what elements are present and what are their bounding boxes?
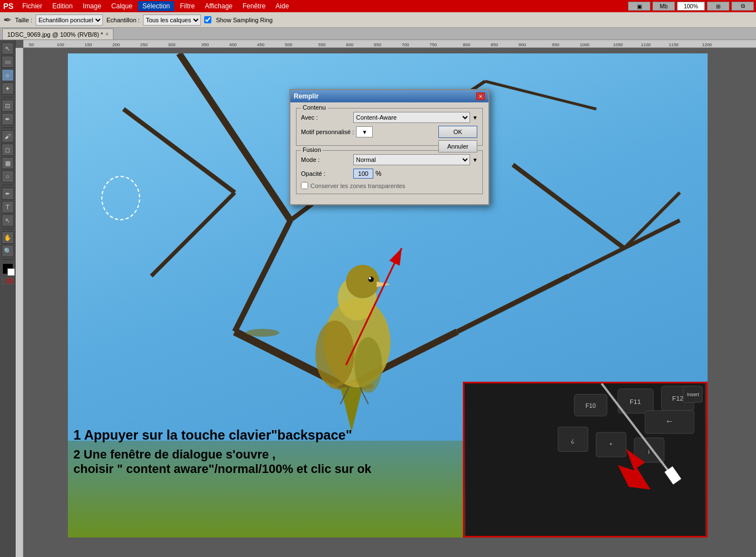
motif-label: Motif personnalisé : <box>301 129 354 135</box>
menu-fichier[interactable]: Fichier <box>18 1 47 11</box>
svg-text:F12: F12 <box>672 395 683 402</box>
mode-button[interactable]: ▣ <box>628 2 650 11</box>
tool-separator-4 <box>2 229 13 229</box>
document-tab[interactable]: 1DSC_9069.jpg @ 100% (RVB/8) * × <box>2 28 113 40</box>
magic-wand-tool[interactable]: ✦ <box>2 82 14 95</box>
fusion-section: Fusion Mode : Normal Fondu Obscurcir Pro… <box>296 150 483 194</box>
opacite-label: Opacité : <box>301 170 351 177</box>
tab-close-icon[interactable]: × <box>105 31 108 37</box>
avec-dropdown-icon: ▼ <box>472 115 478 121</box>
tool-separator-2 <box>2 127 13 128</box>
right-controls: ▣ Mb 100% ⊞ ⧉ <box>628 2 754 11</box>
path-select-tool[interactable]: ↖ <box>2 214 14 226</box>
mode-row: Mode : Normal Fondu Obscurcir Produit ▼ <box>301 154 478 165</box>
arrange-button[interactable]: ⧉ <box>732 2 754 11</box>
toolbar: ↖ ▭ ⌾ ✦ ⊡ ✒ 🖌 ◻ ▦ ○ ✒ T ↖ ✋ 🔍 <box>0 40 16 557</box>
zoom-level: 100% <box>677 2 705 11</box>
motif-swatch[interactable]: ▼ <box>356 126 373 137</box>
motif-arrow: ▼ <box>362 129 367 135</box>
marquee-tool[interactable]: ▭ <box>2 56 14 68</box>
conserver-row: Conserver les zones transparentes <box>301 182 478 189</box>
svg-text:Insert: Insert <box>687 392 700 397</box>
menu-bar: PS Fichier Edition Image Calque Sélectio… <box>0 0 756 12</box>
keyboard-inset: F10 F11 F12 Insert ¿ * <box>463 382 708 538</box>
conserver-label: Conserver les zones transparentes <box>310 183 406 189</box>
menu-calque[interactable]: Calque <box>107 1 137 11</box>
gradient-tool[interactable]: ▦ <box>2 157 14 169</box>
avec-label: Avec : <box>301 114 351 121</box>
mode-select[interactable]: Normal Fondu Obscurcir Produit <box>353 154 470 165</box>
menu-affichage[interactable]: Affichage <box>200 1 237 11</box>
menu-fenetre[interactable]: Fenêtre <box>238 1 270 11</box>
dodge-tool[interactable]: ○ <box>2 170 14 183</box>
move-tool[interactable]: ↖ <box>2 42 14 55</box>
menu-selection[interactable]: Sélection <box>138 1 174 11</box>
zoom-tool[interactable]: 🔍 <box>2 245 14 257</box>
fill-dialog: Remplir × Contenu Avec : Content-Aware C… <box>289 89 490 205</box>
menu-edition[interactable]: Edition <box>48 1 77 11</box>
eraser-tool[interactable]: ◻ <box>2 144 14 156</box>
annuler-button[interactable]: Annuler <box>438 140 477 152</box>
keyboard-background: F10 F11 F12 Insert ¿ * <box>465 383 706 536</box>
avec-select[interactable]: Content-Aware Couleur de premier plan Co… <box>353 112 470 123</box>
svg-text:¿: ¿ <box>571 437 575 443</box>
svg-text:F11: F11 <box>630 398 641 405</box>
dialog-close-button[interactable]: × <box>476 92 485 100</box>
options-bar: ✒ Taille : Echantillon ponctuel Echantil… <box>0 12 756 28</box>
menu-filtre[interactable]: Filtre <box>175 1 199 11</box>
ok-button[interactable]: OK <box>438 126 477 138</box>
echantillon-label: Echantillon : <box>106 17 140 23</box>
ps-logo: PS <box>2 0 14 12</box>
opacite-unit: % <box>375 170 382 178</box>
dialog-titlebar: Remplir × <box>290 90 488 102</box>
opacite-row: Opacité : % <box>301 169 478 179</box>
keyboard-svg: F10 F11 F12 Insert ¿ * <box>465 383 706 536</box>
conserver-checkbox[interactable] <box>301 182 308 189</box>
pen-tool[interactable]: ✒ <box>2 188 14 200</box>
sampling-ring-label: Show Sampling Ring <box>216 17 273 23</box>
eyedropper-tool-icon: ✒ <box>3 14 12 26</box>
eyedropper-tool[interactable]: ✒ <box>2 113 14 125</box>
menu-image[interactable]: Image <box>78 1 106 11</box>
tool-separator-5 <box>2 259 13 260</box>
opacite-input[interactable] <box>353 169 373 179</box>
mode-label: Mode : <box>301 156 351 163</box>
avec-row: Avec : Content-Aware Couleur de premier … <box>301 112 478 123</box>
ruler-top: 50 100 150 200 250 300 350 400 450 500 5… <box>23 40 756 48</box>
view-button[interactable]: ⊞ <box>707 2 729 11</box>
dialog-content: Contenu Avec : Content-Aware Couleur de … <box>296 108 483 194</box>
menu-items: Fichier Edition Image Calque Sélection F… <box>18 1 293 11</box>
taille-select[interactable]: Echantillon ponctuel <box>36 14 103 26</box>
svg-text:←: ← <box>665 416 674 426</box>
dialog-buttons: OK Annuler <box>438 126 477 152</box>
mode-dropdown-icon: ▼ <box>472 157 478 163</box>
fusion-label: Fusion <box>301 146 323 153</box>
brush-tool[interactable]: 🖌 <box>2 130 14 142</box>
foreground-color-swatch[interactable] <box>2 263 13 274</box>
echantillon-select[interactable]: Tous les calques <box>143 14 201 26</box>
background-color-swatch[interactable] <box>7 268 15 276</box>
type-tool[interactable]: T <box>2 201 14 213</box>
tool-separator-1 <box>2 97 13 97</box>
menu-aide[interactable]: Aide <box>271 1 293 11</box>
mb-button[interactable]: Mb <box>653 2 675 11</box>
sampling-ring-checkbox[interactable] <box>204 16 211 23</box>
dialog-title: Remplir <box>294 92 319 100</box>
lasso-tool[interactable]: ⌾ <box>2 69 14 81</box>
tool-separator-3 <box>2 185 13 185</box>
svg-text:F10: F10 <box>586 402 596 409</box>
crop-tool[interactable]: ⊡ <box>2 100 14 112</box>
contenu-label: Contenu <box>301 104 328 111</box>
tab-label: 1DSC_9069.jpg @ 100% (RVB/8) * <box>7 31 103 38</box>
hand-tool[interactable]: ✋ <box>2 231 14 244</box>
dialog-body: Contenu Avec : Content-Aware Couleur de … <box>290 102 488 204</box>
taille-label: Taille : <box>15 17 32 23</box>
tab-bar: 1DSC_9069.jpg @ 100% (RVB/8) * × <box>0 28 756 40</box>
quick-mask-icon[interactable] <box>2 278 13 284</box>
ruler-left <box>16 48 23 557</box>
